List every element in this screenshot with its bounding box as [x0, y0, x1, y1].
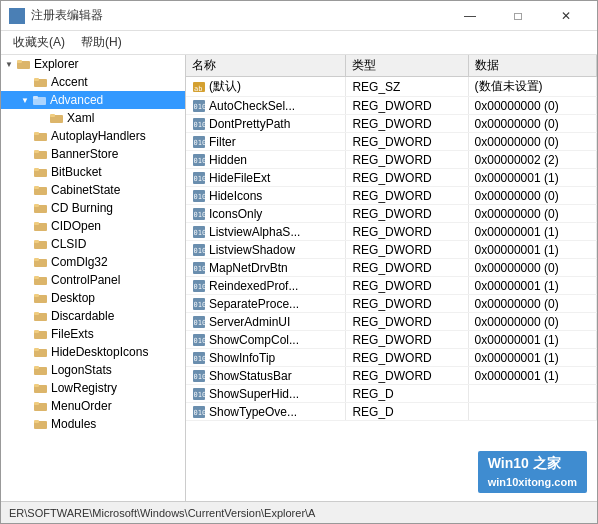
value-type[interactable]: REG_DWORD: [346, 313, 468, 331]
tree-item[interactable]: Accent: [1, 73, 185, 91]
close-button[interactable]: ✕: [543, 1, 589, 31]
table-row[interactable]: 010 HideFileExt REG_DWORD 0x00000001 (1): [186, 169, 597, 187]
value-name[interactable]: 010 ReindexedProf...: [186, 277, 346, 295]
tree-item[interactable]: LowRegistry: [1, 379, 185, 397]
value-type[interactable]: REG_D: [346, 385, 468, 403]
table-row[interactable]: 010 HideIcons REG_DWORD 0x00000000 (0): [186, 187, 597, 205]
value-data[interactable]: 0x00000001 (1): [468, 367, 596, 385]
value-name[interactable]: 010 ShowCompCol...: [186, 331, 346, 349]
tree-panel[interactable]: ▼ Explorer Accent▼ Advanced Xaml: [1, 55, 186, 501]
value-data[interactable]: [468, 385, 596, 403]
minimize-button[interactable]: —: [447, 1, 493, 31]
table-row[interactable]: ab (默认) REG_SZ (数值未设置): [186, 77, 597, 97]
tree-item[interactable]: BitBucket: [1, 163, 185, 181]
tree-item[interactable]: CLSID: [1, 235, 185, 253]
tree-item[interactable]: CIDOpen: [1, 217, 185, 235]
value-type[interactable]: REG_DWORD: [346, 349, 468, 367]
value-data[interactable]: 0x00000000 (0): [468, 115, 596, 133]
value-data[interactable]: 0x00000001 (1): [468, 349, 596, 367]
value-data[interactable]: 0x00000001 (1): [468, 277, 596, 295]
value-data[interactable]: [468, 403, 596, 421]
menu-help[interactable]: 帮助(H): [73, 32, 130, 53]
tree-item[interactable]: CabinetState: [1, 181, 185, 199]
table-row[interactable]: 010 ShowTypeOve... REG_D: [186, 403, 597, 421]
value-type[interactable]: REG_DWORD: [346, 133, 468, 151]
tree-item[interactable]: ControlPanel: [1, 271, 185, 289]
table-row[interactable]: 010 ShowInfoTip REG_DWORD 0x00000001 (1): [186, 349, 597, 367]
value-data[interactable]: 0x00000000 (0): [468, 313, 596, 331]
values-panel[interactable]: 名称 类型 数据 ab (默认) REG_SZ (数值未设置) 010: [186, 55, 597, 501]
table-row[interactable]: 010 DontPrettyPath REG_DWORD 0x00000000 …: [186, 115, 597, 133]
table-row[interactable]: 010 ReindexedProf... REG_DWORD 0x0000000…: [186, 277, 597, 295]
value-data[interactable]: 0x00000000 (0): [468, 205, 596, 223]
tree-item[interactable]: Xaml: [1, 109, 185, 127]
value-type[interactable]: REG_DWORD: [346, 223, 468, 241]
value-type[interactable]: REG_DWORD: [346, 277, 468, 295]
tree-item[interactable]: HideDesktopIcons: [1, 343, 185, 361]
table-row[interactable]: 010 ListviewShadow REG_DWORD 0x00000001 …: [186, 241, 597, 259]
value-type[interactable]: REG_D: [346, 403, 468, 421]
value-name[interactable]: ab (默认): [186, 77, 346, 97]
value-name[interactable]: 010 Hidden: [186, 151, 346, 169]
value-data[interactable]: 0x00000000 (0): [468, 295, 596, 313]
table-row[interactable]: 010 IconsOnly REG_DWORD 0x00000000 (0): [186, 205, 597, 223]
value-type[interactable]: REG_DWORD: [346, 331, 468, 349]
value-data[interactable]: 0x00000001 (1): [468, 241, 596, 259]
tree-item[interactable]: LogonStats: [1, 361, 185, 379]
menu-favorites[interactable]: 收藏夹(A): [5, 32, 73, 53]
value-name[interactable]: 010 ServerAdminUI: [186, 313, 346, 331]
tree-item[interactable]: Discardable: [1, 307, 185, 325]
value-data[interactable]: 0x00000000 (0): [468, 187, 596, 205]
value-data[interactable]: (数值未设置): [468, 77, 596, 97]
table-row[interactable]: 010 ShowCompCol... REG_DWORD 0x00000001 …: [186, 331, 597, 349]
table-row[interactable]: 010 SeparateProce... REG_DWORD 0x0000000…: [186, 295, 597, 313]
table-row[interactable]: 010 ServerAdminUI REG_DWORD 0x00000000 (…: [186, 313, 597, 331]
table-row[interactable]: 010 AutoCheckSel... REG_DWORD 0x00000000…: [186, 97, 597, 115]
value-data[interactable]: 0x00000001 (1): [468, 223, 596, 241]
tree-item[interactable]: BannerStore: [1, 145, 185, 163]
value-type[interactable]: REG_DWORD: [346, 295, 468, 313]
tree-item[interactable]: FileExts: [1, 325, 185, 343]
value-type[interactable]: REG_DWORD: [346, 259, 468, 277]
value-data[interactable]: 0x00000001 (1): [468, 331, 596, 349]
value-type[interactable]: REG_DWORD: [346, 151, 468, 169]
table-row[interactable]: 010 ShowStatusBar REG_DWORD 0x00000001 (…: [186, 367, 597, 385]
tree-item[interactable]: AutoplayHandlers: [1, 127, 185, 145]
tree-item[interactable]: CD Burning: [1, 199, 185, 217]
tree-item[interactable]: ComDlg32: [1, 253, 185, 271]
tree-item[interactable]: Desktop: [1, 289, 185, 307]
value-name[interactable]: 010 ListviewShadow: [186, 241, 346, 259]
value-data[interactable]: 0x00000001 (1): [468, 169, 596, 187]
value-data[interactable]: 0x00000002 (2): [468, 151, 596, 169]
value-name[interactable]: 010 IconsOnly: [186, 205, 346, 223]
maximize-button[interactable]: □: [495, 1, 541, 31]
tree-item[interactable]: MenuOrder: [1, 397, 185, 415]
value-name[interactable]: 010 ShowTypeOve...: [186, 403, 346, 421]
table-row[interactable]: 010 MapNetDrvBtn REG_DWORD 0x00000000 (0…: [186, 259, 597, 277]
value-type[interactable]: REG_DWORD: [346, 367, 468, 385]
value-data[interactable]: 0x00000000 (0): [468, 97, 596, 115]
value-data[interactable]: 0x00000000 (0): [468, 259, 596, 277]
tree-item[interactable]: ▼ Explorer: [1, 55, 185, 73]
table-row[interactable]: 010 ListviewAlphaS... REG_DWORD 0x000000…: [186, 223, 597, 241]
value-type[interactable]: REG_DWORD: [346, 115, 468, 133]
value-name[interactable]: 010 MapNetDrvBtn: [186, 259, 346, 277]
value-type[interactable]: REG_DWORD: [346, 241, 468, 259]
value-name[interactable]: 010 HideIcons: [186, 187, 346, 205]
value-name[interactable]: 010 AutoCheckSel...: [186, 97, 346, 115]
value-type[interactable]: REG_SZ: [346, 77, 468, 97]
value-name[interactable]: 010 ShowStatusBar: [186, 367, 346, 385]
value-type[interactable]: REG_DWORD: [346, 169, 468, 187]
value-name[interactable]: 010 DontPrettyPath: [186, 115, 346, 133]
value-name[interactable]: 010 ListviewAlphaS...: [186, 223, 346, 241]
value-type[interactable]: REG_DWORD: [346, 97, 468, 115]
value-data[interactable]: 0x00000000 (0): [468, 133, 596, 151]
value-name[interactable]: 010 ShowInfoTip: [186, 349, 346, 367]
table-row[interactable]: 010 ShowSuperHid... REG_D: [186, 385, 597, 403]
value-name[interactable]: 010 HideFileExt: [186, 169, 346, 187]
tree-item[interactable]: Modules: [1, 415, 185, 433]
value-name[interactable]: 010 Filter: [186, 133, 346, 151]
tree-item[interactable]: ▼ Advanced: [1, 91, 185, 109]
value-type[interactable]: REG_DWORD: [346, 187, 468, 205]
value-type[interactable]: REG_DWORD: [346, 205, 468, 223]
